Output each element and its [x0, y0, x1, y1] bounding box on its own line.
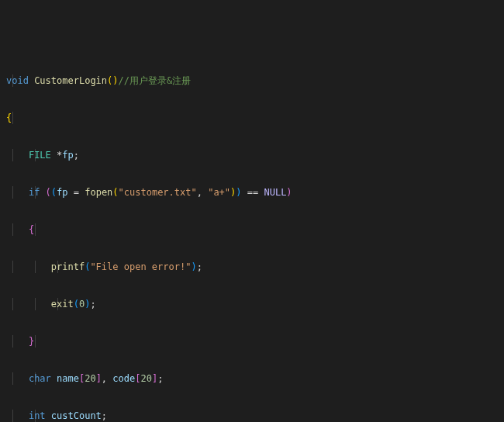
- keyword-int: int: [29, 410, 51, 421]
- exit-call: exit: [51, 299, 74, 310]
- paren: (): [107, 75, 118, 86]
- fopen-call: fopen: [85, 187, 112, 198]
- keyword: void: [6, 75, 29, 86]
- string-literal: "customer.txt": [119, 187, 197, 198]
- brace: {: [29, 224, 34, 235]
- keyword-char: char: [29, 373, 57, 384]
- identifier: fp: [62, 150, 73, 161]
- code-editor[interactable]: void CustomerLogin()//用户登录&注册 { FILE *fp…: [0, 50, 504, 422]
- null-macro: NULL: [264, 187, 286, 198]
- brace: {: [6, 112, 12, 123]
- keyword-if: if: [29, 187, 46, 198]
- brace: }: [29, 336, 34, 347]
- printf-call: printf: [51, 261, 85, 272]
- type: FILE: [29, 150, 57, 161]
- function-name: CustomerLogin: [34, 75, 107, 86]
- comment: //用户登录&注册: [119, 75, 192, 86]
